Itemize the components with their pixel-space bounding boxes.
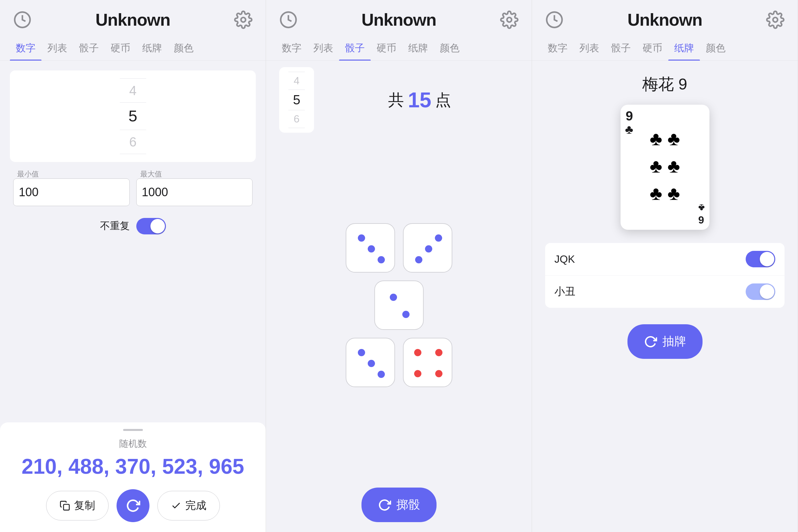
action-buttons-1: 复制 完成	[13, 489, 252, 522]
tab-1-list[interactable]: 列表	[41, 36, 73, 60]
history-icon-2[interactable]	[279, 11, 298, 29]
dot	[358, 234, 365, 242]
min-input[interactable]	[13, 178, 130, 206]
tab-2-coin[interactable]: 硬币	[371, 36, 402, 60]
dot	[390, 294, 397, 301]
dice-scroll-below: 6	[292, 112, 301, 127]
drag-handle	[123, 429, 143, 431]
tab-2-number[interactable]: 数字	[276, 36, 307, 60]
tab-1-number[interactable]: 数字	[10, 36, 41, 60]
scroll-above: 4	[129, 80, 136, 101]
jqk-label: JQK	[554, 253, 575, 265]
panel-dice: Unknown 数字 列表 骰子 硬币 纸牌 颜色 4 5 6	[266, 0, 532, 532]
joker-label: 小丑	[554, 284, 575, 299]
tab-1-card[interactable]: 纸牌	[136, 36, 168, 60]
card-container: 9 ♣ ♣ ♣ ♣ ♣ ♣ ♣ 6 ♣	[532, 101, 798, 233]
roll-button[interactable]: 掷骰	[361, 488, 437, 522]
scroll-below: 6	[129, 131, 136, 152]
toggle-knob	[150, 219, 165, 233]
die-5[interactable]	[403, 338, 452, 387]
result-area-1: 随机数 210, 488, 370, 523, 965 复制	[0, 422, 266, 532]
dice-total-suffix: 点	[435, 90, 451, 111]
die-2[interactable]	[403, 223, 452, 272]
card-rank-tl: 9	[626, 109, 633, 122]
dot	[425, 245, 432, 252]
suit-1: ♣	[649, 128, 662, 150]
dot	[435, 370, 442, 377]
tab-3-number[interactable]: 数字	[542, 36, 573, 60]
dot	[415, 256, 422, 263]
die-4[interactable]	[346, 338, 395, 387]
tab-2-color[interactable]: 颜色	[434, 36, 466, 60]
dice-scroll-current: 5	[292, 91, 302, 109]
panel1-title: Unknown	[95, 10, 170, 30]
tab-3-card[interactable]: 纸牌	[668, 36, 700, 60]
tab-2-dice[interactable]: 骰子	[339, 36, 371, 60]
settings-icon-1[interactable]	[234, 11, 252, 29]
dot	[435, 234, 442, 242]
joker-toggle[interactable]	[746, 283, 775, 300]
suit-2: ♣	[668, 128, 680, 150]
history-icon-3[interactable]	[545, 11, 564, 29]
scroll-current: 5	[128, 104, 137, 128]
history-icon[interactable]	[13, 11, 32, 29]
panel3-content: 梅花 9 9 ♣ ♣ ♣ ♣ ♣ ♣ ♣ 6 ♣	[532, 61, 798, 532]
svg-point-6	[773, 17, 778, 22]
card-suit-tl: ♣	[625, 123, 633, 136]
dice-row-3	[346, 338, 452, 387]
no-repeat-toggle[interactable]	[136, 218, 166, 234]
result-label-1: 随机数	[13, 438, 252, 450]
card-suit-br: ♣	[698, 203, 705, 213]
dice-scroll-above: 4	[292, 73, 301, 88]
tab-1-coin[interactable]: 硬币	[105, 36, 136, 60]
panel2-title: Unknown	[361, 10, 436, 30]
panel-number: Unknown 数字 列表 骰子 硬币 纸牌 颜色 4 5 6	[0, 0, 266, 532]
tab-1-color[interactable]: 颜色	[168, 36, 200, 60]
panel3-title: Unknown	[627, 10, 702, 30]
header-2: Unknown	[266, 0, 532, 36]
dot	[368, 245, 375, 252]
header-1: Unknown	[0, 0, 266, 36]
dice-row-1	[346, 223, 452, 272]
tab-3-color[interactable]: 颜色	[700, 36, 732, 60]
tab-2-card[interactable]: 纸牌	[402, 36, 434, 60]
tab-2-list[interactable]: 列表	[307, 36, 339, 60]
card-options: JQK 小丑	[545, 243, 784, 308]
roll-area: 掷骰	[266, 478, 532, 532]
draw-button[interactable]: 抽牌	[627, 324, 703, 359]
settings-icon-2[interactable]	[500, 11, 518, 29]
dot	[378, 371, 385, 378]
jqk-toggle[interactable]	[746, 251, 775, 267]
dice-row-2	[374, 281, 424, 330]
dot	[414, 370, 421, 377]
max-label: 最大值	[140, 169, 162, 179]
dot	[402, 311, 410, 318]
die-1[interactable]	[346, 223, 395, 272]
tab-3-dice[interactable]: 骰子	[605, 36, 637, 60]
settings-icon-3[interactable]	[766, 11, 784, 29]
tab-3-coin[interactable]: 硬币	[637, 36, 668, 60]
card-rank-br: 6	[698, 215, 704, 225]
refresh-button-1[interactable]	[116, 489, 150, 522]
tabs-1: 数字 列表 骰子 硬币 纸牌 颜色	[0, 36, 266, 61]
min-label: 最小值	[17, 169, 39, 179]
svg-point-4	[507, 17, 512, 22]
header-3: Unknown	[532, 0, 798, 36]
tabs-3: 数字 列表 骰子 硬币 纸牌 颜色	[532, 36, 798, 61]
svg-rect-2	[63, 504, 69, 510]
max-input[interactable]	[136, 178, 253, 206]
result-value-1: 210, 488, 370, 523, 965	[13, 454, 252, 479]
check-icon	[171, 500, 182, 511]
dice-display	[266, 133, 532, 478]
suit-4: ♣	[668, 155, 680, 177]
tab-3-list[interactable]: 列表	[573, 36, 605, 60]
option-joker: 小丑	[545, 276, 784, 308]
draw-area: 抽牌	[532, 318, 798, 365]
done-button[interactable]: 完成	[157, 491, 220, 520]
svg-point-1	[241, 17, 246, 22]
panel-card: Unknown 数字 列表 骰子 硬币 纸牌 颜色 梅花 9 9 ♣ ♣	[532, 0, 798, 532]
die-3[interactable]	[374, 281, 424, 330]
tab-1-dice[interactable]: 骰子	[73, 36, 105, 60]
copy-button[interactable]: 复制	[46, 491, 109, 520]
no-repeat-label: 不重复	[100, 219, 130, 233]
